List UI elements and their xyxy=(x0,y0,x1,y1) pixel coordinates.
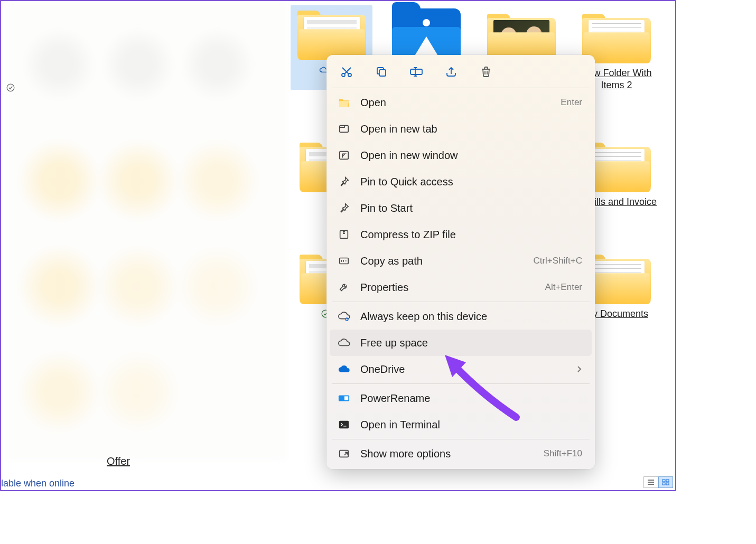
window-icon xyxy=(337,148,351,162)
svg-rect-6 xyxy=(340,126,349,133)
ctx-label: Open in new tab xyxy=(360,123,582,135)
delete-icon[interactable] xyxy=(479,64,493,79)
view-mode-switch xyxy=(643,476,673,488)
svg-rect-5 xyxy=(410,69,422,74)
ctx-free-up-space[interactable]: Free up space xyxy=(330,330,592,356)
ctx-label: Free up space xyxy=(360,337,582,349)
cut-icon[interactable] xyxy=(339,64,354,79)
ctx-label: Copy as path xyxy=(360,255,533,267)
ctx-label: Always keep on this device xyxy=(360,311,582,323)
ctx-accel: Ctrl+Shift+C xyxy=(533,256,582,266)
ctx-label: Compress to ZIP file xyxy=(360,229,582,241)
svg-rect-9 xyxy=(340,258,349,264)
ctx-show-more-options[interactable]: Show more options Shift+F10 xyxy=(330,440,592,467)
svg-rect-4 xyxy=(379,70,386,76)
ctx-accel: Enter xyxy=(561,97,582,108)
ctx-label: Pin to Start xyxy=(360,202,582,214)
ctx-copy-as-path[interactable]: Copy as path Ctrl+Shift+C xyxy=(330,248,592,274)
context-action-bar xyxy=(330,59,592,87)
synced-status-icon xyxy=(6,83,15,92)
cloud-download-icon xyxy=(337,309,351,323)
ctx-label: Open xyxy=(360,97,561,109)
ctx-label: Show more options xyxy=(360,448,544,460)
folder-label: Bills and Invoice xyxy=(588,196,657,207)
svg-point-3 xyxy=(348,73,351,77)
svg-rect-12 xyxy=(344,396,348,400)
ctx-open[interactable]: Open Enter xyxy=(330,89,592,116)
ctx-properties[interactable]: Properties Alt+Enter xyxy=(330,274,592,301)
ctx-onedrive[interactable]: OneDrive xyxy=(330,356,592,382)
blurred-region xyxy=(6,1,286,461)
ctx-open-new-tab[interactable]: Open in new tab xyxy=(330,116,592,142)
powerrename-icon xyxy=(337,391,351,405)
more-options-icon xyxy=(337,447,351,461)
ctx-label: Properties xyxy=(360,282,545,294)
ctx-powerrename[interactable]: PowerRename xyxy=(330,385,592,411)
wrench-icon xyxy=(337,280,351,294)
tab-icon xyxy=(337,122,351,136)
ctx-label: OneDrive xyxy=(360,363,577,376)
svg-point-1 xyxy=(7,84,14,91)
svg-rect-13 xyxy=(339,421,349,429)
ctx-compress-zip[interactable]: Compress to ZIP file xyxy=(330,221,592,248)
ctx-label: Open in Terminal xyxy=(360,419,582,431)
status-bar-text: lable when online xyxy=(1,478,74,489)
ctx-open-new-window[interactable]: Open in new window xyxy=(330,142,592,168)
path-icon xyxy=(337,254,351,268)
ctx-label: Open in new window xyxy=(360,149,582,162)
ctx-pin-quick-access[interactable]: Pin to Quick access xyxy=(330,168,592,195)
ctx-label: Pin to Quick access xyxy=(360,176,582,188)
svg-point-2 xyxy=(342,73,345,77)
pin-icon xyxy=(337,175,351,189)
context-menu: Open Enter Open in new tab Open in new w… xyxy=(326,55,595,469)
view-details-button[interactable] xyxy=(643,476,658,488)
onedrive-icon xyxy=(337,362,351,376)
ctx-accel: Alt+Enter xyxy=(545,282,582,293)
ctx-open-in-terminal[interactable]: Open in Terminal xyxy=(330,411,592,438)
chevron-right-icon xyxy=(577,363,582,376)
svg-rect-18 xyxy=(666,483,669,485)
share-icon[interactable] xyxy=(444,64,459,79)
svg-rect-17 xyxy=(662,483,665,485)
ctx-label: PowerRename xyxy=(360,392,582,405)
folder-label-offer[interactable]: Offer xyxy=(107,455,130,467)
zip-icon xyxy=(337,228,351,241)
ctx-pin-start[interactable]: Pin to Start xyxy=(330,195,592,221)
folder-open-icon xyxy=(337,96,351,109)
svg-rect-16 xyxy=(666,480,669,482)
terminal-icon xyxy=(337,418,351,432)
view-icons-button[interactable] xyxy=(658,476,673,488)
ctx-accel: Shift+F10 xyxy=(544,448,582,459)
cloud-icon xyxy=(337,336,351,350)
rename-icon[interactable] xyxy=(409,64,424,79)
svg-rect-15 xyxy=(662,480,665,482)
copy-icon[interactable] xyxy=(374,64,389,79)
ctx-always-keep-on-device[interactable]: Always keep on this device xyxy=(330,303,592,330)
pin-icon xyxy=(337,201,351,215)
